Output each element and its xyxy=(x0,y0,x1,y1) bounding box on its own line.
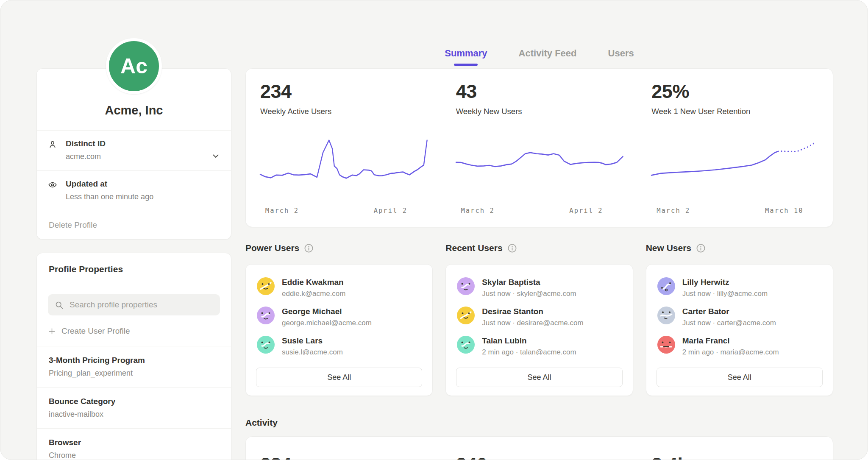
user-detail: 2 min ago · maria@acme.com xyxy=(682,348,779,357)
info-icon[interactable] xyxy=(696,243,706,253)
stat-value: 43 xyxy=(456,81,623,103)
x-axis-labels: March 2 March 10 xyxy=(651,207,818,216)
see-all-button[interactable]: See All xyxy=(256,368,422,387)
property-value: Pricing_plan_experiment xyxy=(49,369,219,378)
user-row[interactable]: Lilly Herwitz Just now · lilly@acme.com xyxy=(657,275,823,304)
activity-stats-card: 234 240 3.4k xyxy=(245,436,833,460)
avatar xyxy=(657,336,675,354)
property-row[interactable]: 3-Month Pricing Program Pricing_plan_exp… xyxy=(37,346,231,387)
profile-properties-title: Profile Properties xyxy=(37,253,231,283)
user-detail: Just now · desirare@acme.com xyxy=(482,319,583,327)
user-detail: george.michael@acme.com xyxy=(282,319,372,327)
property-value: inactive-mailbox xyxy=(49,410,219,419)
avatar xyxy=(457,277,475,295)
updated-at-row: Updated at Less than one minute ago xyxy=(37,170,231,211)
user-name: Carter Bator xyxy=(682,307,776,316)
avatar-face-icon xyxy=(457,336,475,354)
profile-properties-tools: Create User Profile xyxy=(37,283,231,346)
user-row[interactable]: Skylar Baptista Just now · skyler@acme.c… xyxy=(456,275,622,304)
section-title: Power Users xyxy=(245,243,299,253)
avatar-face-icon xyxy=(657,336,675,354)
user-name: Maria Franci xyxy=(682,336,779,346)
chevron-down-icon[interactable] xyxy=(211,151,221,161)
x-axis-labels: March 2 April 2 xyxy=(260,207,427,216)
avatar-face-icon xyxy=(657,277,675,295)
profile-tabs: Summary Activity Feed Users xyxy=(245,48,833,66)
property-row[interactable]: Bounce Category inactive-mailbox xyxy=(37,387,231,428)
eye-icon xyxy=(48,180,57,190)
info-icon[interactable] xyxy=(304,243,314,253)
search-input[interactable] xyxy=(69,300,213,310)
activity-stat-value: 3.4k xyxy=(637,454,833,460)
weekly-new-users-chart xyxy=(456,131,623,203)
user-row[interactable]: Susie Lars susie.l@acme.com xyxy=(256,333,422,362)
user-row[interactable]: Talan Lubin 2 min ago · talan@acme.com xyxy=(456,333,622,362)
avatar-face-icon xyxy=(257,307,275,324)
user-name: Skylar Baptista xyxy=(482,277,576,287)
x-tick-end: April 2 xyxy=(374,207,407,215)
avatar xyxy=(457,336,475,354)
stat-label: Weekly New Users xyxy=(456,107,623,116)
create-user-profile-button[interactable]: Create User Profile xyxy=(48,326,220,336)
distinct-id-label: Distinct ID xyxy=(66,139,219,148)
power-users-header: Power Users xyxy=(245,243,433,253)
avatar xyxy=(657,307,675,324)
avatar xyxy=(257,307,275,324)
section-title: Recent Users xyxy=(445,243,502,253)
plus-icon xyxy=(48,327,56,335)
user-name: George Michael xyxy=(282,307,372,316)
x-tick-start: March 2 xyxy=(461,207,494,215)
search-icon xyxy=(55,301,64,309)
profile-properties-card: Profile Properties Create User Profile 3… xyxy=(36,253,231,460)
user-detail: eddie.k@acme.com xyxy=(282,290,346,298)
power-users-card: Eddie Kwakman eddie.k@acme.com George Mi… xyxy=(245,264,433,396)
tab-users[interactable]: Users xyxy=(608,48,634,66)
avatar xyxy=(257,336,275,354)
see-all-button[interactable]: See All xyxy=(456,368,622,387)
see-all-button[interactable]: See All xyxy=(657,368,823,387)
user-row[interactable]: Carter Bator Just now · carter@acme.com xyxy=(657,304,823,333)
property-value: Chrome xyxy=(49,451,219,460)
updated-at-label: Updated at xyxy=(66,179,219,189)
stat-value: 25% xyxy=(651,81,818,103)
avatar xyxy=(457,307,475,324)
stat-label: Week 1 New User Retention xyxy=(651,107,818,116)
delete-profile-button[interactable]: Delete Profile xyxy=(37,211,231,239)
user-name: Lilly Herwitz xyxy=(682,277,768,287)
distinct-id-row: Distinct ID acme.com xyxy=(37,130,231,170)
property-name: Bounce Category xyxy=(49,397,219,406)
user-detail: Just now · lilly@acme.com xyxy=(682,290,768,298)
distinct-id-value: acme.com xyxy=(66,152,219,161)
power-users-section: Power Users Eddie Kwakman eddie.k@acme.c… xyxy=(245,243,433,396)
user-row[interactable]: George Michael george.michael@acme.com xyxy=(256,304,422,333)
new-users-section: New Users Lilly Herwitz Just now · lilly… xyxy=(646,243,833,396)
search-profile-properties[interactable] xyxy=(48,294,220,315)
x-tick-start: March 2 xyxy=(265,207,299,215)
user-detail: Just now · carter@acme.com xyxy=(682,319,776,327)
user-name: Susie Lars xyxy=(282,336,343,346)
stat-weekly-new-users: 43 Weekly New Users March 2 April 2 xyxy=(442,81,637,227)
recent-users-section: Recent Users Skylar Baptista Just now · … xyxy=(445,243,633,396)
updated-at-value: Less than one minute ago xyxy=(66,192,219,201)
x-tick-start: March 2 xyxy=(657,207,690,215)
recent-users-card: Skylar Baptista Just now · skyler@acme.c… xyxy=(445,264,633,396)
property-row[interactable]: Browser Chrome xyxy=(37,428,231,460)
property-name: 3-Month Pricing Program xyxy=(49,356,219,365)
week1-retention-chart xyxy=(651,131,818,203)
tab-activity-feed[interactable]: Activity Feed xyxy=(519,48,577,66)
section-title: New Users xyxy=(646,243,691,253)
create-user-profile-label: Create User Profile xyxy=(61,326,130,336)
info-icon[interactable] xyxy=(507,243,517,253)
tab-summary[interactable]: Summary xyxy=(445,48,487,66)
org-avatar: Ac xyxy=(106,38,162,94)
new-users-header: New Users xyxy=(646,243,833,253)
user-lists: Power Users Eddie Kwakman eddie.k@acme.c… xyxy=(245,243,833,396)
user-row[interactable]: Desirae Stanton Just now · desirare@acme… xyxy=(456,304,622,333)
new-users-card: Lilly Herwitz Just now · lilly@acme.com … xyxy=(646,264,833,396)
avatar xyxy=(657,277,675,295)
org-avatar-initials: Ac xyxy=(120,54,147,78)
user-row[interactable]: Eddie Kwakman eddie.k@acme.com xyxy=(256,275,422,304)
user-row[interactable]: Maria Franci 2 min ago · maria@acme.com xyxy=(657,333,823,362)
activity-stat-value: 234 xyxy=(246,454,442,460)
user-name: Desirae Stanton xyxy=(482,307,583,316)
